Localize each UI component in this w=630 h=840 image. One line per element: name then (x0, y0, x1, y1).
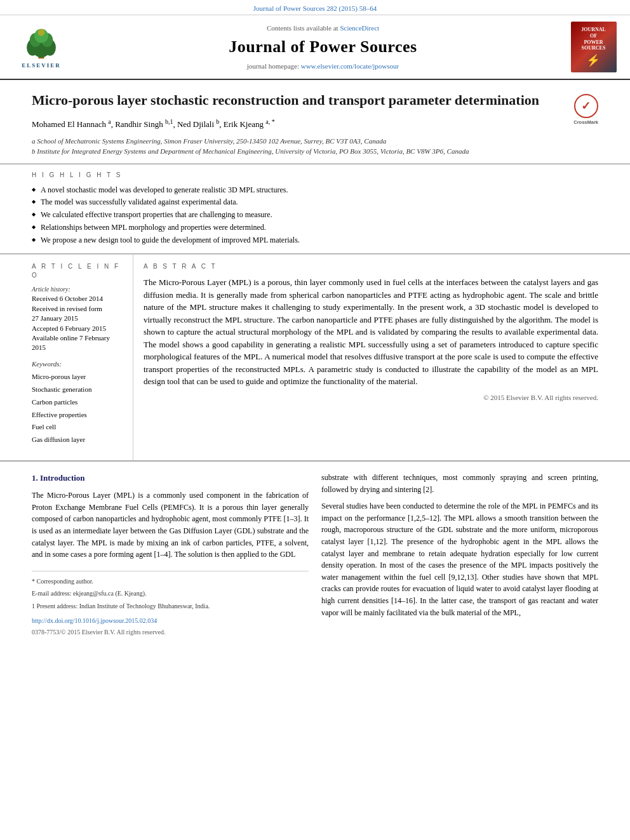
keyword: Effective properties (32, 409, 124, 422)
right-column: substrate with different techniques, mos… (321, 472, 598, 637)
keywords-list: Micro-porous layer Stochastic generation… (32, 371, 124, 446)
keyword: Fuel cell (32, 421, 124, 434)
contents-line: Contents lists available at ScienceDirec… (83, 23, 563, 33)
accepted-date: Accepted 6 February 2015 (32, 324, 124, 333)
footnote-email: E-mail address: ekjeang@sfu.ca (E. Kjean… (32, 589, 309, 599)
intro-title: 1. Introduction (32, 472, 309, 484)
article-info-label: A R T I C L E I N F O (32, 262, 124, 280)
article-history-block: Article history: Received 6 October 2014… (32, 285, 124, 352)
keyword: Stochastic generation (32, 383, 124, 396)
authors-line: Mohamed El Hannach a, Randhir Singh b,1,… (32, 117, 598, 131)
highlight-item: Relationships between MPL morphology and… (32, 222, 598, 233)
elsevier-label: ELSEVIER (22, 62, 61, 70)
doi-link[interactable]: http://dx.doi.org/10.1016/j.jpowsour.201… (32, 616, 309, 626)
homepage-url[interactable]: www.elsevier.com/locate/jpowsour (301, 62, 399, 70)
received-revised-label: Received in revised form (32, 304, 124, 314)
keyword: Carbon particles (32, 396, 124, 409)
highlights-list: A novel stochastic model was developed t… (32, 185, 598, 246)
footnote-note1: 1 Present address: Indian Institute of T… (32, 601, 309, 611)
abstract-column: A B S T R A C T The Micro-Porous Layer (… (133, 255, 630, 460)
introduction-section: 1. Introduction The Micro-Porous Layer (… (32, 472, 309, 637)
article-info-column: A R T I C L E I N F O Article history: R… (0, 255, 133, 460)
svg-point-7 (38, 29, 45, 36)
main-content: 1. Introduction The Micro-Porous Layer (… (0, 462, 630, 647)
journal-logo-image: JOURNALOFPOWERSOURCES ⚡ (570, 22, 617, 72)
crossmark: ✓ CrossMark (573, 94, 598, 126)
article-title: ✓ CrossMark Micro-porous layer stochasti… (32, 91, 598, 110)
affiliation-b: b Institute for Integrated Energy System… (32, 146, 598, 157)
keywords-label: Keywords: (32, 359, 124, 369)
available-date: Available online 7 February 2015 (32, 333, 124, 353)
intro-paragraph-1: The Micro-Porous Layer (MPL) is a common… (32, 490, 309, 561)
highlight-item: The model was successfully validated aga… (32, 197, 598, 208)
history-label: Article history: (32, 285, 124, 294)
article-info-abstract: A R T I C L E I N F O Article history: R… (0, 254, 630, 460)
keyword: Micro-porous layer (32, 371, 124, 383)
article-header: ✓ CrossMark Micro-porous layer stochasti… (0, 80, 630, 163)
journal-homepage: journal homepage: www.elsevier.com/locat… (83, 62, 563, 71)
highlights-label: H I G H L I G H T S (32, 171, 598, 180)
issn-line: 0378-7753/© 2015 Elsevier B.V. All right… (32, 627, 309, 637)
footnote-corresponding: * Corresponding author. (32, 577, 309, 587)
highlight-item: We propose a new design tool to guide th… (32, 235, 598, 246)
copyright-line: © 2015 Elsevier B.V. All rights reserved… (144, 393, 598, 403)
sciencedirect-link[interactable]: ScienceDirect (340, 24, 379, 32)
journal-logo-box: JOURNALOFPOWERSOURCES ⚡ (571, 22, 617, 72)
elsevier-logo: ELSEVIER (13, 22, 70, 72)
journal-name-block: Contents lists available at ScienceDirec… (83, 22, 563, 72)
keyword: Gas diffusion layer (32, 434, 124, 446)
highlight-item: A novel stochastic model was developed t… (32, 185, 598, 196)
keywords-block: Keywords: Micro-porous layer Stochastic … (32, 359, 124, 446)
highlights-section: H I G H L I G H T S A novel stochastic m… (0, 164, 630, 255)
affiliation-a: a School of Mechatronic Systems Engineer… (32, 136, 598, 147)
revised-date: 27 January 2015 (32, 314, 124, 323)
journal-header: ELSEVIER Contents lists available at Sci… (0, 15, 630, 80)
journal-title: Journal of Power Sources (83, 36, 563, 58)
footnotes-block: * Corresponding author. E-mail address: … (32, 571, 309, 611)
abstract-text: The Micro-Porous Layer (MPL) is a porous… (144, 276, 598, 388)
received-date: Received 6 October 2014 (32, 294, 124, 303)
highlight-item: We calculated effective transport proper… (32, 210, 598, 220)
affiliations: a School of Mechatronic Systems Engineer… (32, 136, 598, 157)
abstract-label: A B S T R A C T (144, 262, 598, 271)
journal-reference: Journal of Power Sources 282 (2015) 58–6… (0, 0, 630, 15)
